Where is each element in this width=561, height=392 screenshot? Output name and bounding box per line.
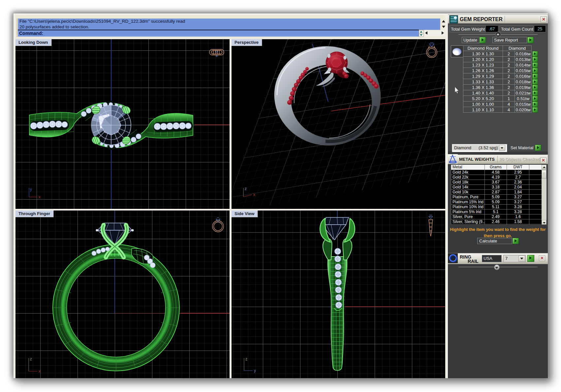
svg-text:z: z bbox=[30, 357, 32, 361]
svg-text:z: z bbox=[245, 186, 247, 191]
svg-text:x: x bbox=[39, 369, 41, 374]
svg-text:z: z bbox=[245, 357, 247, 361]
svg-text:x: x bbox=[253, 192, 255, 197]
svg-text:x: x bbox=[39, 195, 41, 199]
svg-text:y: y bbox=[30, 187, 32, 192]
svg-text:y: y bbox=[254, 368, 256, 373]
